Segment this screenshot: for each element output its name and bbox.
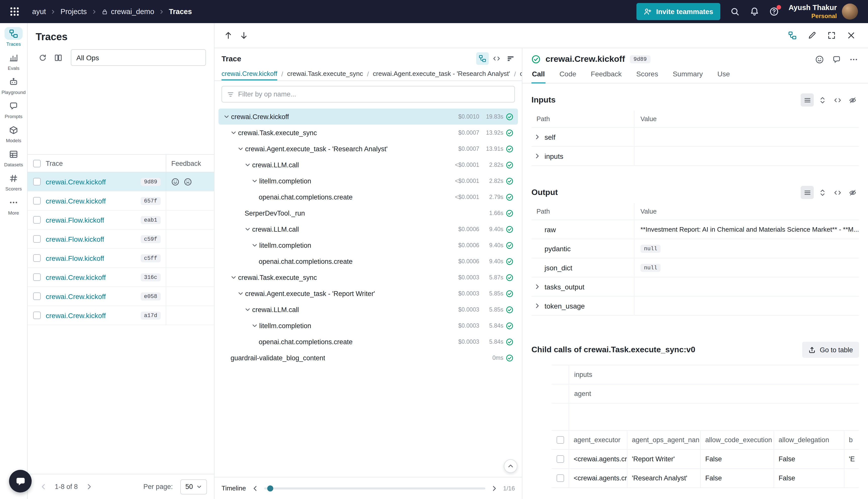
- trace-tree-row[interactable]: openai.chat.completions.create $0.0003 5…: [219, 334, 518, 350]
- output-row[interactable]: raw **Investment Report: AI in Chemical …: [531, 220, 859, 239]
- trace-name-link[interactable]: crewai.Crew.kickoff: [46, 292, 106, 300]
- next-page-icon[interactable]: [85, 483, 93, 490]
- prev-page-icon[interactable]: [40, 483, 47, 490]
- timeline-next-icon[interactable]: [491, 485, 498, 492]
- chevron-down-icon[interactable]: [252, 242, 259, 248]
- timeline-slider[interactable]: [264, 487, 485, 489]
- trace-breadcrumb-tab[interactable]: crewai.LLM.cal: [510, 67, 522, 81]
- user-menu[interactable]: Ayush Thakur Personal: [789, 3, 858, 20]
- trace-tree-row[interactable]: crewai.LLM.call $0.0003 5.85s: [219, 302, 518, 318]
- trace-tree-row[interactable]: crewai.Crew.kickoff $0.0010 19.83s: [219, 109, 518, 125]
- notifications-bell-icon[interactable]: [749, 7, 759, 16]
- feedback-smiley-icon[interactable]: [171, 178, 179, 186]
- sidebar-item-prompts[interactable]: Prompts: [4, 99, 23, 119]
- trace-tree-row[interactable]: crewai.LLM.call $0.0006 9.40s: [219, 221, 518, 237]
- collapse-chevron-up-button[interactable]: [504, 459, 517, 473]
- trace-row[interactable]: crewai.Flow.kickoff c5ff: [28, 249, 214, 268]
- trace-tree-row[interactable]: litellm.completion $0.0003 5.84s: [219, 318, 518, 334]
- chevron-right-icon[interactable]: [534, 134, 541, 140]
- hide-values-eye-icon[interactable]: [846, 94, 859, 107]
- fullscreen-icon[interactable]: [825, 29, 838, 42]
- chevron-right-icon[interactable]: [534, 303, 541, 309]
- breadcrumb-projects[interactable]: Projects: [61, 8, 87, 15]
- chevron-right-icon[interactable]: [534, 153, 541, 159]
- expand-rows-icon[interactable]: [816, 186, 829, 199]
- output-row[interactable]: token_usage: [531, 296, 859, 316]
- output-row[interactable]: json_dict null null: [531, 258, 859, 277]
- help-icon[interactable]: [769, 7, 779, 16]
- ops-filter-select[interactable]: All Ops: [71, 49, 206, 66]
- row-checkbox[interactable]: [556, 474, 564, 482]
- detail-tab[interactable]: Code: [559, 68, 576, 83]
- breadcrumb-project[interactable]: crewai_demo: [101, 8, 154, 15]
- select-all-checkbox[interactable]: [556, 436, 564, 444]
- trace-row[interactable]: crewai.Crew.kickoff a17d: [28, 306, 214, 325]
- detail-tab[interactable]: Summary: [672, 68, 703, 83]
- trace-name-link[interactable]: crewai.Crew.kickoff: [46, 311, 106, 319]
- trace-row[interactable]: crewai.Crew.kickoff 657f: [28, 192, 214, 210]
- code-view-icon[interactable]: [831, 186, 844, 199]
- prev-call-arrow-up-icon[interactable]: [222, 29, 235, 42]
- trace-tree-row[interactable]: crewai.LLM.call <$0.0001 2.82s: [219, 157, 518, 173]
- row-checkbox[interactable]: [33, 254, 40, 262]
- timeline-prev-icon[interactable]: [251, 485, 258, 492]
- trace-tree-row[interactable]: crewai.Task.execute_sync $0.0003 5.87s: [219, 269, 518, 285]
- per-page-select[interactable]: 50: [180, 479, 207, 494]
- add-reaction-icon[interactable]: [815, 55, 824, 63]
- row-checkbox[interactable]: [33, 178, 40, 185]
- op-filter-field[interactable]: [238, 90, 509, 98]
- search-icon[interactable]: [730, 7, 740, 16]
- trace-tree-row[interactable]: litellm.completion $0.0006 9.40s: [219, 237, 518, 253]
- breadcrumb-entity[interactable]: ayut: [32, 8, 46, 15]
- trace-name-link[interactable]: crewai.Flow.kickoff: [46, 216, 104, 224]
- sidebar-item-scorers[interactable]: Scorers: [4, 172, 23, 192]
- detail-tab[interactable]: Scores: [636, 68, 658, 83]
- row-checkbox[interactable]: [33, 292, 40, 300]
- refresh-button[interactable]: [36, 51, 49, 64]
- detail-tab[interactable]: Call: [531, 68, 545, 83]
- edit-pencil-icon[interactable]: [805, 29, 819, 42]
- trace-row[interactable]: crewai.Flow.kickoff c59f: [28, 230, 214, 249]
- trace-breadcrumb-tab[interactable]: crewai.Agent.execute_task - 'Research An…: [363, 67, 510, 81]
- trace-row[interactable]: crewai.Crew.kickoff 316c: [28, 268, 214, 287]
- sidebar-item-datasets[interactable]: Datasets: [4, 148, 23, 167]
- child-call-row[interactable]: <crewai.agents.cre... 'Research Analyst'…: [551, 469, 859, 488]
- columns-button[interactable]: [51, 51, 65, 64]
- output-row[interactable]: tasks_output: [531, 277, 859, 296]
- trace-name-link[interactable]: crewai.Crew.kickoff: [46, 197, 106, 205]
- child-call-row[interactable]: <crewai.agents.cre... 'Report Writer' Fa…: [551, 450, 859, 469]
- trace-tree-row[interactable]: crewai.Task.execute_sync $0.0007 13.92s: [219, 125, 518, 141]
- wandb-logo[interactable]: [5, 2, 24, 21]
- next-call-arrow-down-icon[interactable]: [237, 29, 251, 42]
- trace-name-link[interactable]: crewai.Crew.kickoff: [46, 178, 106, 186]
- chevron-down-icon[interactable]: [238, 291, 245, 296]
- trace-name-link[interactable]: crewai.Crew.kickoff: [46, 273, 106, 281]
- list-view-icon[interactable]: [801, 94, 814, 107]
- timeline-slider-handle[interactable]: [267, 485, 273, 491]
- row-checkbox[interactable]: [556, 455, 564, 463]
- expand-rows-icon[interactable]: [816, 94, 829, 107]
- list-view-icon[interactable]: [801, 186, 814, 199]
- trace-tree-row[interactable]: guardrail-validate_blog_content 0ms: [219, 350, 518, 366]
- trace-row[interactable]: crewai.Crew.kickoff 9d89: [28, 172, 214, 192]
- op-filter-input[interactable]: [222, 86, 515, 102]
- more-options-icon[interactable]: [850, 55, 858, 63]
- flame-graph-view-toggle[interactable]: [504, 52, 517, 65]
- avatar[interactable]: [842, 3, 858, 20]
- chevron-down-icon[interactable]: [238, 146, 245, 152]
- row-checkbox[interactable]: [33, 235, 40, 243]
- chevron-right-icon[interactable]: [534, 283, 541, 290]
- chevron-down-icon[interactable]: [245, 226, 252, 232]
- chevron-down-icon[interactable]: [245, 306, 252, 313]
- trace-tree-row[interactable]: SerperDevTool._run 1.66s: [219, 205, 518, 221]
- chevron-down-icon[interactable]: [245, 162, 252, 168]
- trace-name-link[interactable]: crewai.Flow.kickoff: [46, 235, 104, 243]
- feedback-frown-icon[interactable]: [184, 178, 192, 186]
- detail-tab[interactable]: Use: [717, 68, 730, 83]
- sidebar-item-more[interactable]: More: [4, 196, 23, 216]
- trace-tree-row[interactable]: openai.chat.completions.create $0.0006 9…: [219, 253, 518, 269]
- trace-tree-row[interactable]: litellm.completion <$0.0001 2.82s: [219, 173, 518, 189]
- trace-tree-row[interactable]: openai.chat.completions.create <$0.0001 …: [219, 189, 518, 205]
- tree-view-icon[interactable]: [786, 29, 799, 42]
- sidebar-item-traces[interactable]: Traces: [4, 27, 23, 47]
